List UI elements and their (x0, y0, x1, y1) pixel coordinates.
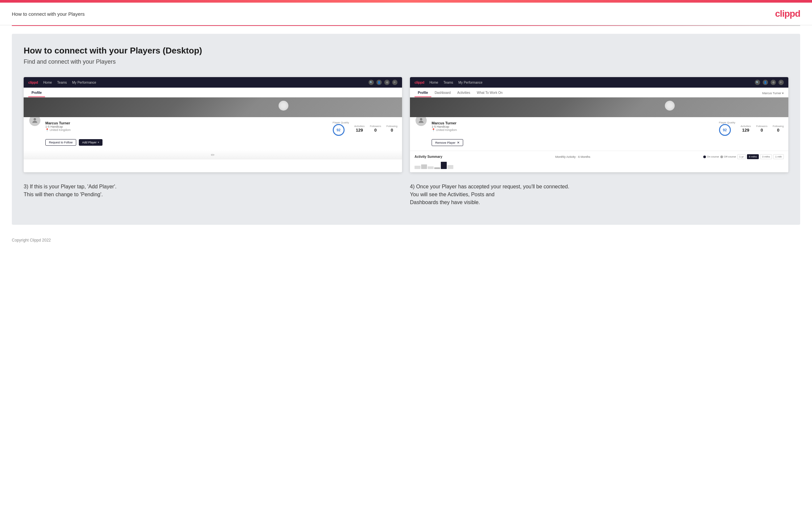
svg-point-1 (420, 118, 422, 120)
screenshots-row: clippd Home Teams My Performance 🔍 👤 ⚙ 🏳… (23, 77, 789, 172)
screenshot-2: clippd Home Teams My Performance 🔍 👤 ⚙ 🏳… (410, 77, 789, 172)
activities-stat-1: Activities 129 (354, 125, 365, 132)
close-icon-remove: ✕ (457, 141, 460, 145)
user-icon-2[interactable]: 👤 (763, 80, 768, 85)
user-icon-1[interactable]: 👤 (376, 80, 382, 85)
period-3mths[interactable]: 3 mths (760, 154, 772, 159)
mock-activity-header: Activity Summary Monthly Activity · 6 Mo… (414, 154, 784, 159)
mock-nav-home-1[interactable]: Home (43, 81, 52, 84)
mock-profile-top-2: Marcus Turner 1-5 Handicap 📍 United King… (414, 114, 784, 146)
quality-circle-1: 92 (333, 124, 345, 136)
mock-player-location-2: 📍 United Kingdom (432, 128, 457, 131)
mock-subtabs-1: Profile (23, 88, 402, 98)
pencil-icon-1: ✏ (211, 152, 215, 158)
legend-offcourse: Off course (720, 155, 736, 158)
mock-nav-myperformance-2[interactable]: My Performance (459, 81, 483, 84)
mock-bottom-fade-1: ✏ (23, 150, 402, 160)
chart-bar-4 (434, 167, 440, 169)
main-content: How to connect with your Players (Deskto… (12, 34, 800, 225)
mock-navbar-2: clippd Home Teams My Performance 🔍 👤 ⚙ 🏳 (410, 77, 789, 88)
following-stat-1: Following 0 (386, 125, 398, 132)
caption-3: 3) If this is your Player tap, 'Add Play… (23, 183, 402, 199)
page-header: How to connect with your Players clippd (0, 3, 812, 25)
mock-stats-row-1: Player Quality 92 Activities 129 Followe… (333, 121, 398, 136)
mock-stats-row-2: Player Quality 92 Activities 129 Followe… (719, 121, 784, 136)
mock-nav-teams-2[interactable]: Teams (444, 81, 453, 84)
mock-nav-myperformance-1[interactable]: My Performance (72, 81, 96, 84)
offcourse-dot (720, 156, 723, 158)
mock-profile-top-1: Marcus Turner 1-5 Handicap 📍 United King… (28, 114, 398, 146)
mock-navbar-1: clippd Home Teams My Performance 🔍 👤 ⚙ 🏳 (23, 77, 402, 88)
activity-controls: On course Off course 1 yr 6 mths 3 mths … (703, 154, 784, 159)
screenshot-1: clippd Home Teams My Performance 🔍 👤 ⚙ 🏳… (23, 77, 402, 172)
mock-profile-info-1: Marcus Turner 1-5 Handicap 📍 United King… (45, 114, 398, 146)
remove-player-button[interactable]: Remove Player ✕ (432, 139, 463, 146)
top-bar (0, 0, 812, 3)
location-icon-1: 📍 (45, 128, 49, 131)
following-stat-2: Following 0 (773, 125, 784, 132)
period-1mth[interactable]: 1 mth (773, 154, 784, 159)
chart-bar-3 (428, 166, 434, 169)
mock-player-hcp-2: 1-5 Handicap (432, 125, 457, 128)
page-header-title: How to connect with your Players (12, 11, 85, 17)
period-6mths[interactable]: 6 mths (747, 154, 759, 159)
location-icon-2: 📍 (432, 128, 435, 131)
mock-player-hcp-1: 1-5 Handicap (45, 125, 70, 128)
mock-nav-teams-1[interactable]: Teams (57, 81, 67, 84)
text-section-4: 4) Once your Player has accepted your re… (410, 183, 789, 209)
activity-period: Monthly Activity · 6 Months (555, 155, 590, 159)
tab-dashboard-2[interactable]: Dashboard (431, 90, 454, 97)
clippd-logo: clippd (775, 8, 800, 19)
flag-icon-1[interactable]: 🏳 (392, 80, 398, 85)
chart-bar-5 (441, 162, 447, 169)
add-player-button[interactable]: Add Player + (79, 139, 102, 146)
search-icon-1[interactable]: 🔍 (368, 80, 374, 85)
settings-icon-1[interactable]: ⚙ (384, 80, 390, 85)
activity-title: Activity Summary (414, 155, 442, 159)
settings-icon-2[interactable]: ⚙ (771, 80, 776, 85)
mock-player-location-1: 📍 United Kingdom (45, 128, 70, 131)
mock-nav-home-2[interactable]: Home (429, 81, 438, 84)
header-divider (12, 25, 800, 26)
mock-profile-2: Marcus Turner 1-5 Handicap 📍 United King… (410, 117, 789, 151)
svg-point-0 (34, 118, 36, 120)
main-title: How to connect with your Players (Deskto… (23, 46, 789, 56)
text-sections-row: 3) If this is your Player tap, 'Add Play… (23, 183, 789, 209)
followers-stat-1: Followers 0 (370, 125, 381, 132)
mock-nav-icons-1: 🔍 👤 ⚙ 🏳 (368, 80, 398, 85)
mock-profile-1: Marcus Turner 1-5 Handicap 📍 United King… (23, 117, 402, 150)
quality-circle-2: 92 (719, 124, 731, 136)
followers-stat-2: Followers 0 (756, 125, 767, 132)
player-dropdown-2[interactable]: Marcus Turner ▾ (762, 90, 784, 97)
mock-nav-icons-2: 🔍 👤 ⚙ 🏳 (755, 80, 784, 85)
activities-stat-2: Activities 129 (741, 125, 751, 132)
page-footer: Copyright Clippd 2022 (0, 233, 812, 248)
mock-profile-info-2: Marcus Turner 1-5 Handicap 📍 United King… (432, 114, 784, 146)
mock-hero-2 (410, 98, 789, 117)
text-section-3: 3) If this is your Player tap, 'Add Play… (23, 183, 402, 209)
mock-actions-2: Remove Player ✕ (432, 139, 784, 146)
search-icon-2[interactable]: 🔍 (755, 80, 760, 85)
mock-player-name-2: Marcus Turner (432, 121, 457, 125)
plus-icon: + (98, 141, 99, 144)
chart-bar-6 (447, 165, 453, 169)
mock-logo-2: clippd (414, 80, 424, 84)
request-follow-button[interactable]: Request to Follow (45, 139, 76, 146)
mock-hero-1 (23, 98, 402, 117)
legend-oncourse: On course (703, 155, 719, 158)
tab-activities-2[interactable]: Activities (454, 90, 473, 97)
mock-player-name-1: Marcus Turner (45, 121, 70, 125)
main-subtitle: Find and connect with your Players (23, 58, 789, 65)
pq-label-1: Player Quality (333, 121, 349, 124)
chart-bar-1 (414, 166, 420, 169)
tab-profile-1[interactable]: Profile (28, 90, 45, 97)
tab-profile-2[interactable]: Profile (414, 90, 431, 97)
tab-whattoworkon-2[interactable]: What To Work On (474, 90, 506, 97)
mock-subtabs-2: Profile Dashboard Activities What To Wor… (410, 88, 789, 98)
mock-logo-1: clippd (28, 80, 38, 84)
flag-icon-2[interactable]: 🏳 (778, 80, 784, 85)
copyright-text: Copyright Clippd 2022 (12, 238, 51, 242)
mock-chart-area (414, 161, 784, 169)
chart-bar-2 (421, 164, 427, 169)
period-1yr[interactable]: 1 yr (738, 154, 746, 159)
